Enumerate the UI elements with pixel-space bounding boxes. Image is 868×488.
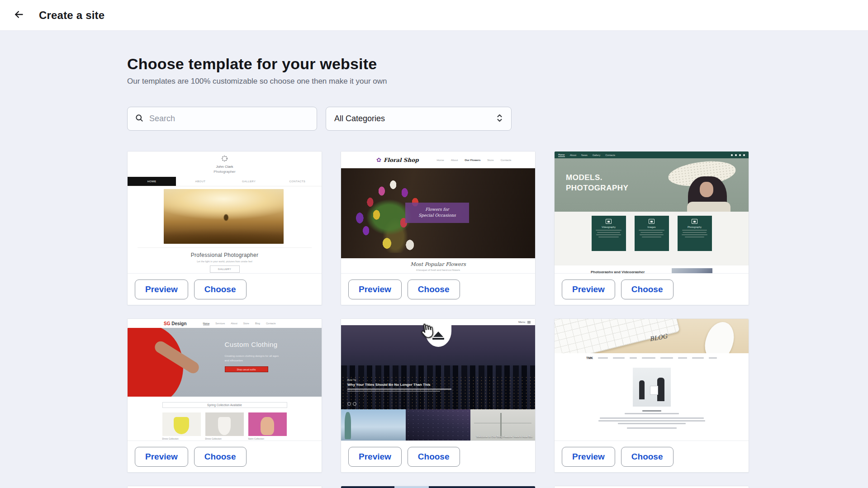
template-card-partial-2: HOME BIO STORE ARTWORK CONTACTS — [341, 486, 536, 488]
mini-hero-title: MODELS. PHOTOGRAPHY — [566, 173, 628, 194]
mini-hero-image: BLOG — [555, 319, 749, 353]
template-grid: John Clark Photographer HOME ABOUT GALLE… — [127, 151, 748, 488]
template-card-floral-shop: ✿ Floral Shop Home About Our Flowers Sto… — [341, 151, 536, 305]
template-thumbnail-partial-2[interactable]: HOME BIO STORE ARTWORK CONTACTS — [341, 486, 535, 488]
mini-shop-button: Shop casual outfits — [225, 366, 268, 372]
mouse-image — [701, 319, 739, 353]
video-icon — [606, 219, 612, 224]
preview-button[interactable]: Preview — [562, 280, 615, 299]
template-thumbnail-sg-design[interactable]: SG Design Home Services About Store Blog… — [128, 319, 322, 441]
mini-nav: HOME BIO STORE ARTWORK CONTACTS — [341, 486, 535, 488]
choose-button[interactable]: Choose — [621, 447, 674, 467]
mini-brand-role: Photographer — [213, 170, 235, 174]
content: Choose template for your website Our tem… — [127, 55, 748, 488]
salon-photo — [633, 368, 671, 407]
product-thumb: Dress Collection — [162, 412, 201, 440]
mini-brand-name: Floral Shop — [384, 157, 419, 163]
preview-button[interactable]: Preview — [562, 447, 615, 467]
feature-card: Photography — [678, 216, 712, 251]
template-thumbnail-partial-1[interactable]: Main Page Specials About Contact — [128, 486, 322, 488]
choose-button[interactable]: Choose — [408, 447, 460, 467]
night-sky-image — [406, 409, 470, 441]
page-header-title: Create a site — [39, 9, 104, 22]
mini-collection-strip: Spring Collection Available — [162, 402, 287, 408]
preview-button[interactable]: Preview — [135, 447, 188, 467]
mini-title: Professional Photographer — [128, 252, 322, 258]
template-thumbnail-partial-3[interactable]: HOME ABOUT KDC — [555, 486, 749, 488]
camera-icon — [692, 219, 697, 224]
mini-hero-image: MODELS. PHOTOGRAPHY — [555, 158, 749, 212]
product-thumb: Dress Collection — [205, 412, 244, 440]
section-subtitle: Our templates are 100% customizable so c… — [127, 77, 748, 86]
choose-button[interactable]: Choose — [194, 280, 247, 299]
statue-of-liberty-image — [341, 409, 406, 441]
search-box[interactable] — [127, 107, 317, 131]
mini-nav: TMK — [555, 353, 749, 362]
search-icon — [135, 114, 144, 124]
preview-button[interactable]: Preview — [348, 447, 402, 467]
choose-button[interactable]: Choose — [621, 280, 674, 299]
category-select[interactable]: All Categories — [326, 107, 512, 131]
mini-nav: Main Page Specials About Contact — [128, 486, 322, 488]
shutter-icon — [221, 155, 228, 164]
mini-caption: Welcome to Our Blog Feature: Here's How … — [476, 435, 532, 438]
choose-button[interactable]: Choose — [408, 280, 460, 299]
mini-tagline: Let the light in your world, pictures fr… — [128, 260, 322, 263]
text-skeleton — [555, 410, 749, 429]
template-thumbnail-floral-shop[interactable]: ✿ Floral Shop Home About Our Flowers Sto… — [341, 152, 535, 273]
image-icon — [649, 219, 655, 224]
choose-button[interactable]: Choose — [194, 447, 247, 467]
template-card-photographer: John Clark Photographer HOME ABOUT GALLE… — [127, 151, 322, 305]
template-card-models-photography: Home About News Gallery Contacts MODELS.… — [554, 151, 749, 305]
feature-card: Images — [635, 216, 669, 251]
back-arrow-icon — [13, 9, 25, 22]
mini-brand-name: SG Design — [164, 321, 187, 326]
template-card-blog-keyboard: BLOG TMK — [554, 318, 749, 473]
filter-controls: All Categories — [127, 107, 748, 131]
mini-hero-title: Custom Clothing — [225, 341, 279, 348]
mini-hero-title: Why Your Titles Should Be No Longer Than… — [347, 383, 483, 387]
mini-section-title: Most Popular Flowers — [410, 261, 466, 267]
mini-hero-banner: Flowers for Special Occasions — [405, 203, 470, 223]
feature-card: Videography — [592, 216, 626, 251]
category-selected-value: All Categories — [334, 114, 385, 123]
template-thumbnail-models-photography[interactable]: Home About News Gallery Contacts MODELS.… — [555, 152, 749, 273]
back-button[interactable] — [11, 7, 27, 24]
flower-icon: ✿ — [376, 157, 381, 163]
product-thumb: Swim Collection — [248, 412, 287, 440]
mini-kicker: Build Tip — [347, 379, 483, 381]
preview-button[interactable]: Preview — [348, 280, 402, 299]
social-icons — [731, 154, 745, 156]
mini-nav: Home About Our Flowers Store Contacts — [437, 159, 512, 161]
template-thumbnail-photographer[interactable]: John Clark Photographer HOME ABOUT GALLE… — [128, 152, 322, 273]
mini-hero-image: Custom Clothing Creating custom clothing… — [128, 328, 322, 397]
template-card-sg-design: SG Design Home Services About Store Blog… — [127, 318, 322, 473]
chevron-up-down-icon — [496, 113, 503, 125]
mini-gallery-button: GALLERY — [210, 265, 240, 273]
template-thumbnail-travel-blog[interactable]: Menu Build Tip Why Your Titles Should Be… — [341, 319, 535, 441]
mini-nav: Home Services About Store Blog Contacts — [203, 322, 276, 325]
section-title: Choose template for your website — [127, 55, 748, 73]
mini-body-image — [672, 268, 712, 273]
search-input[interactable] — [149, 114, 309, 123]
template-card-partial-3: HOME ABOUT KDC — [554, 486, 749, 488]
mouse-cursor-hand-icon — [418, 322, 436, 341]
mini-brand-name: John Clark — [216, 165, 233, 169]
mini-hero-image: Flowers for Special Occasions — [341, 168, 535, 258]
mini-hero-image — [164, 189, 284, 244]
mini-menu-label: Menu — [518, 321, 525, 323]
mini-nav: HOME ABOUT GALLERY CONTACTS — [128, 177, 322, 186]
hamburger-icon — [527, 321, 531, 323]
mini-hero-subtitle: Creating custom clothing designs for all… — [225, 354, 279, 363]
template-card-partial-1: Main Page Specials About Contact — [127, 486, 322, 488]
mini-section-subtitle: A bouquet of fresh and hand-cut flowers — [416, 269, 460, 271]
preview-button[interactable]: Preview — [135, 280, 188, 299]
template-thumbnail-blog-keyboard[interactable]: BLOG TMK — [555, 319, 749, 441]
mini-nav: Home About News Gallery Contacts — [555, 152, 749, 158]
template-card-travel-blog: Menu Build Tip Why Your Titles Should Be… — [341, 318, 536, 473]
top-bar: Create a site — [0, 0, 868, 31]
carousel-arrows — [347, 402, 356, 406]
mini-hero-image: Build Tip Why Your Titles Should Be No L… — [341, 325, 535, 409]
